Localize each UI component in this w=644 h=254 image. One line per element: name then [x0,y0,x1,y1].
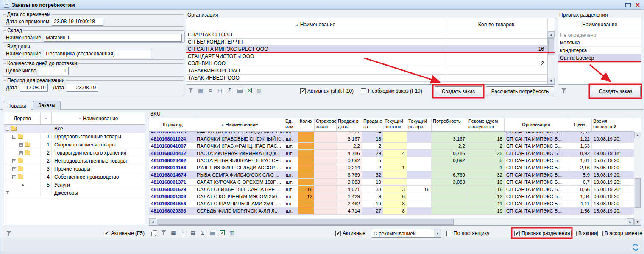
tree-row[interactable]: +2Товары длительного хранения [4,149,145,157]
organization-row[interactable]: СПАРТАК СП ОАО [186,31,547,39]
organization-row[interactable]: СЭЛЬВИН ООО2 [186,60,547,67]
sku-horizontal-scrollbar[interactable]: ◄ ► [149,218,634,225]
active-tree-checkbox[interactable]: Активные (F5) [104,230,145,236]
grid-settings-icon[interactable]: ▥ [255,87,263,94]
create-order-button[interactable]: Создать заказ [435,86,482,96]
expand-icon[interactable]: + [6,191,9,195]
col-header-time[interactable]: Время последней [592,118,634,132]
grid-settings-icon[interactable]: ▥ [228,229,236,237]
excel-icon[interactable]: X [218,229,226,237]
org-col-header-name[interactable]: ▲ Наименование [186,18,445,31]
tree-row[interactable]: +4Собственное производство [4,173,145,181]
recommendation-dropdown[interactable]: С рекомендацией ▼ [371,229,441,238]
tree-row[interactable]: −1Продовольственные товары [4,133,145,141]
col-header-reserve[interactable]: Текущий резерв [407,118,432,132]
expand-icon[interactable]: + [12,159,16,163]
sku-row[interactable]: 4810168001371САЛАТ КУРОЧКА С ОРЕХОМ 150Г… [149,179,641,186]
scroll-thumb[interactable] [157,219,454,225]
tab-goods[interactable]: Товары [3,101,31,110]
excel-icon[interactable]: X [245,87,254,94]
organization-row[interactable]: СП САНТА ИМПЭКС БРЕСТ ООО16 [186,46,547,53]
tree-col-header[interactable]: Дерево [4,112,41,124]
sku-row[interactable]: 4810168001308САЛАТ С КОПЧЕНЫМ МЯСОМ 250.… [149,193,641,200]
active-org-checkbox[interactable]: Активная (shift F10) [300,88,354,94]
scroll-thumb[interactable] [548,38,554,55]
grid-edit-icon[interactable]: ▤ [216,87,224,94]
sku-row[interactable]: 4810168041007ПАЛОЧКИ КРАБ.ФРАНЦ.КРАБ ПАС… [149,143,641,150]
sku-row[interactable]: 4810168023492ПАСТА РЫБН.ФИШЛАНЧ С КУС.СЕ… [149,157,641,164]
grid-edit-icon[interactable]: ▤ [189,229,197,237]
period-to-input[interactable]: 23.08.19 [67,84,98,92]
sku-row[interactable]: 4810168029333СЕЛЬДЬ ФИЛЕ МОРЯЧОК А-ЛЯ Л.… [149,207,641,215]
expand-icon[interactable]: + [19,151,23,155]
sku-row[interactable]: 4810168001629САЛАТ ОЛИВЬЕ 150Г САНТА БРЕ… [149,186,641,193]
datetime-input[interactable]: 23.08.19 10:09:18 [52,18,103,26]
scroll-down-button[interactable]: ▼ [548,78,555,84]
tree-row[interactable]: +1Скоропортящиеся товары [4,141,145,149]
expand-icon[interactable]: + [19,143,23,147]
delivery-days-input[interactable]: 1 [39,67,69,75]
col-header-price[interactable]: Цена [568,118,592,132]
grid-icon[interactable]: ▦ [196,87,205,94]
filter-icon[interactable] [560,87,568,95]
col-header-recommend[interactable]: Рекомендуем к закупке ко [467,118,505,132]
tree-sort-col-header[interactable]: ▲ [41,112,52,124]
organization-row[interactable]: СТАНДАРТ ЧИСТОТЫ ООО [186,53,547,60]
col-header-sales-day[interactable]: Продаж в день [337,118,362,132]
refresh-button[interactable] [631,243,640,252]
price-kind-input[interactable]: Поставщика (согласованная) [44,50,151,58]
col-header-sold[interactable]: Продано за [362,118,383,132]
col-header-safety[interactable]: Страхово запас [315,118,337,132]
sku-row[interactable]: 4810168011024ПАЛОЧКИ КРАБОВЫЕ СНЕЖНЫЙ К.… [149,135,641,143]
numbered-list-icon[interactable]: ≡ [206,87,215,94]
in-assortment-checkbox[interactable]: В ассортименте [597,230,642,236]
active-sku-checkbox[interactable]: Активные [335,230,365,236]
tree-row[interactable]: +2Непродовольственные товары [4,157,145,165]
division-row[interactable]: Санта Бремор [558,54,641,62]
division-row[interactable]: Не определено [558,31,641,39]
scroll-right-button[interactable]: ► [627,218,634,225]
division-col-header[interactable]: Наименование [558,18,641,31]
need-order-checkbox[interactable]: Необходим заказ (F10) [361,88,422,94]
tree-row[interactable]: −Все [4,125,145,133]
col-header-org[interactable]: Организация [505,118,568,132]
scroll-left-button[interactable]: ◄ [149,218,156,225]
tree-row[interactable]: 5Услуги [4,181,145,189]
filter-icon[interactable] [159,229,168,237]
sku-vertical-scrollbar[interactable]: ▲ ▼ [634,132,641,225]
warehouse-input[interactable]: Магазин 1 [44,34,182,42]
org-col-header-count[interactable]: Кол-во товаров [445,18,548,31]
close-button[interactable]: ✕ [635,2,640,8]
expand-icon[interactable]: + [12,175,16,179]
division-row[interactable]: кондитерка [558,47,641,54]
organization-row[interactable]: ТАБАК-ИНВЕСТ ООО [186,75,547,82]
collapse-icon[interactable]: − [6,127,9,131]
tree-row[interactable]: +Джесторы [4,189,145,197]
col-header-unit[interactable]: Ед. изм. [284,118,298,132]
tab-orders[interactable]: Заказы [33,101,61,110]
calculate-need-button[interactable]: Рассчитать потребность [486,86,554,96]
by-supplier-checkbox[interactable]: По поставщику [446,230,489,236]
sheets-icon[interactable] [150,229,158,237]
create-order-division-button[interactable]: Создать заказ [591,86,641,97]
filter-icon[interactable] [5,230,13,237]
filter-icon[interactable] [187,87,195,94]
grid-icon[interactable]: ▦ [169,229,178,237]
scroll-thumb[interactable] [635,178,641,208]
print-icon[interactable] [235,87,244,94]
numbered-list-icon[interactable]: ≡ [179,229,187,237]
col-header-qty[interactable]: Кол-в [298,118,315,132]
org-vertical-scrollbar[interactable]: ▲ ▼ [547,31,555,84]
col-header-need[interactable]: Потребность [432,118,467,132]
print-icon[interactable] [208,229,217,237]
sku-row[interactable]: 4810168014186РУЛЕТ ИЗ ФИЛЕ СЕЛЬДИ АССОРТ… [149,164,641,171]
division-row[interactable]: молочка [558,39,641,47]
col-header-name[interactable]: ▲ Наименование [195,118,284,132]
col-header-barcode[interactable]: Штрихкод [149,118,195,132]
tree-row[interactable]: +3Прочие товары [4,165,145,173]
organization-row[interactable]: СП БЕЛКОНДИТЕР ЧП [186,39,547,46]
sku-row[interactable]: 4810168006123МАСЛО ИКОРН.ОЕ СЕЛЬДИ ЧЮЕ С… [149,132,641,135]
scroll-up-button[interactable]: ▲ [634,132,641,138]
division-sign-checkbox[interactable]: Признак разделения [514,230,570,236]
expand-icon[interactable]: + [12,167,16,171]
